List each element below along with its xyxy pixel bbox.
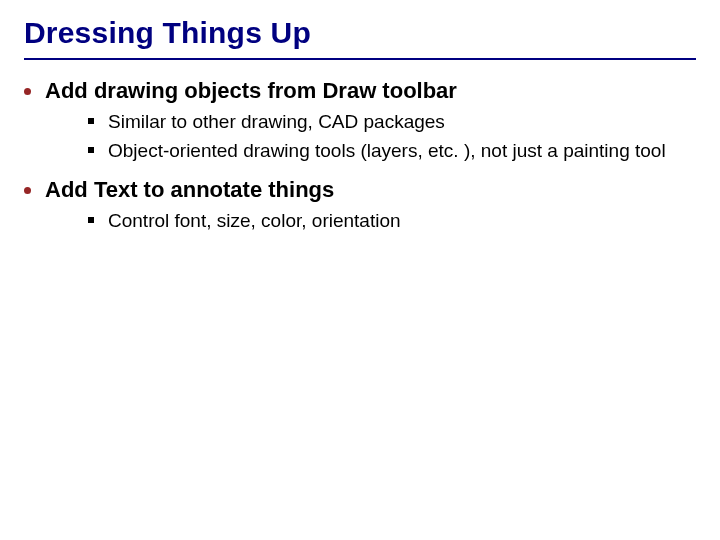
sub-bullet-list-2: Control font, size, color, orientation [88, 209, 696, 234]
bullet-dot-icon [24, 88, 31, 95]
square-bullet-icon [88, 118, 94, 124]
sub-bullet-item: Object-oriented drawing tools (layers, e… [88, 139, 696, 164]
sub-bullet-text: Similar to other drawing, CAD packages [108, 110, 445, 135]
sub-bullet-list-1: Similar to other drawing, CAD packages O… [88, 110, 696, 163]
title-rule [24, 58, 696, 60]
bullet-section-2: Add Text to annotate things [24, 177, 696, 203]
sub-bullet-item: Similar to other drawing, CAD packages [88, 110, 696, 135]
section-heading: Add drawing objects from Draw toolbar [45, 78, 457, 104]
square-bullet-icon [88, 217, 94, 223]
sub-bullet-item: Control font, size, color, orientation [88, 209, 696, 234]
sub-bullet-text: Control font, size, color, orientation [108, 209, 401, 234]
bullet-dot-icon [24, 187, 31, 194]
square-bullet-icon [88, 147, 94, 153]
sub-bullet-text: Object-oriented drawing tools (layers, e… [108, 139, 666, 164]
bullet-section-1: Add drawing objects from Draw toolbar [24, 78, 696, 104]
slide: Dressing Things Up Add drawing objects f… [0, 0, 720, 540]
page-title: Dressing Things Up [24, 16, 696, 50]
section-heading: Add Text to annotate things [45, 177, 334, 203]
